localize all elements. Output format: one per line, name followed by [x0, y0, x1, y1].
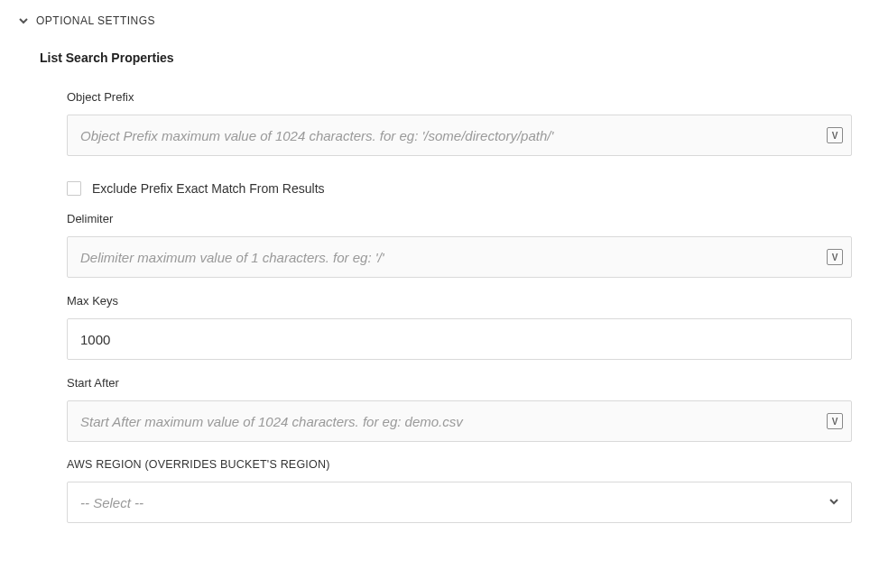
object-prefix-label: Object Prefix — [67, 90, 852, 104]
exclude-prefix-checkbox[interactable] — [67, 181, 81, 196]
delimiter-label: Delimiter — [67, 212, 852, 225]
subsection-title: List Search Properties — [0, 34, 870, 74]
max-keys-input[interactable] — [67, 318, 852, 360]
section-header[interactable]: OPTIONAL SETTINGS — [0, 0, 870, 34]
form-area: Object Prefix V Exclude Prefix Exact Mat… — [0, 90, 870, 523]
aws-region-select[interactable]: -- Select -- — [67, 482, 852, 523]
object-prefix-input-wrap: V — [67, 115, 852, 156]
aws-region-label: AWS REGION (OVERRIDES BUCKET'S REGION) — [67, 458, 852, 471]
start-after-input[interactable] — [67, 400, 852, 442]
field-delimiter: Delimiter V — [67, 212, 852, 278]
exclude-prefix-label: Exclude Prefix Exact Match From Results — [92, 181, 325, 196]
exclude-prefix-row: Exclude Prefix Exact Match From Results — [67, 181, 852, 196]
field-start-after: Start After V — [67, 376, 852, 442]
chevron-down-icon — [18, 15, 29, 26]
field-aws-region: AWS REGION (OVERRIDES BUCKET'S REGION) -… — [67, 458, 852, 523]
variable-icon[interactable]: V — [827, 249, 843, 265]
aws-region-select-wrap: -- Select -- — [67, 482, 852, 523]
variable-icon[interactable]: V — [827, 127, 843, 143]
start-after-input-wrap: V — [67, 400, 852, 442]
delimiter-input-wrap: V — [67, 236, 852, 278]
start-after-label: Start After — [67, 376, 852, 390]
variable-icon[interactable]: V — [827, 413, 843, 429]
max-keys-input-wrap — [67, 318, 852, 360]
max-keys-label: Max Keys — [67, 294, 852, 308]
field-object-prefix: Object Prefix V — [67, 90, 852, 156]
object-prefix-input[interactable] — [67, 115, 852, 156]
section-title: OPTIONAL SETTINGS — [36, 14, 155, 27]
field-max-keys: Max Keys — [67, 294, 852, 360]
delimiter-input[interactable] — [67, 236, 852, 278]
